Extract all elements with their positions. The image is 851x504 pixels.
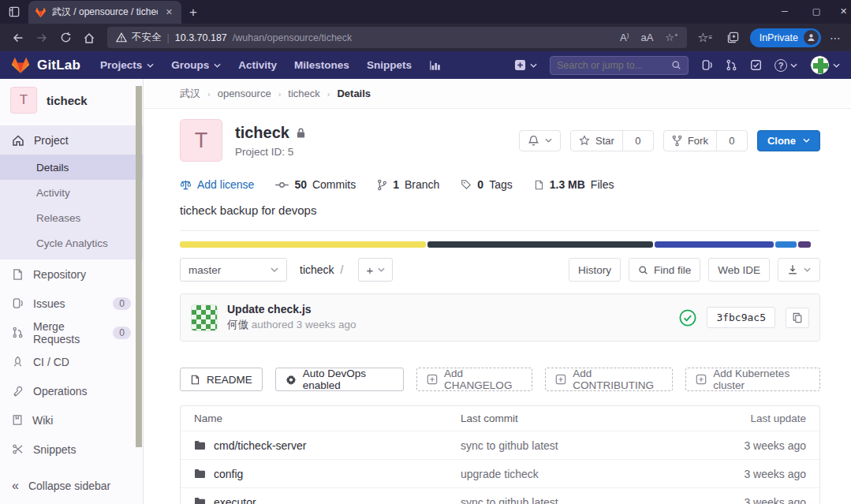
sidebar-item-label: Issues: [33, 297, 65, 310]
sidebar-item-details[interactable]: Details: [0, 155, 143, 180]
refresh-button[interactable]: [54, 27, 77, 49]
star-count[interactable]: 0: [622, 130, 654, 151]
add-kubernetes-cluster-button[interactable]: Add Kubernetes cluster: [685, 368, 820, 391]
commit-title-link[interactable]: Update check.js: [227, 303, 356, 315]
commit-message-link[interactable]: sync to github latest: [461, 496, 696, 504]
new-menu-button[interactable]: [514, 59, 537, 71]
repo-root-link[interactable]: ticheck: [300, 263, 334, 276]
add-contributing-button[interactable]: Add CONTRIBUTING: [545, 368, 673, 391]
sidebar-item-ci-cd[interactable]: CI / CD: [0, 347, 143, 376]
add-favorite-icon[interactable]: ☆+: [665, 32, 677, 43]
browser-tab[interactable]: 武汉 / opensource / ticheck · Gi ✕: [28, 1, 181, 24]
files-stat[interactable]: 1.3 MBFiles: [534, 178, 614, 191]
home-button[interactable]: [77, 27, 101, 49]
settings-menu-icon[interactable]: ⋯: [826, 32, 845, 44]
file-name-link[interactable]: cmd/ticheck-server: [214, 439, 306, 452]
commit-message-link[interactable]: sync to github latest: [461, 439, 696, 452]
sidebar-item-merge-requests[interactable]: Merge Requests 0: [0, 318, 143, 347]
inprivate-badge[interactable]: InPrivate: [750, 28, 821, 47]
close-button[interactable]: ✕: [832, 0, 851, 22]
nav-snippets[interactable]: Snippets: [358, 51, 420, 79]
read-aloud-icon[interactable]: A): [620, 32, 629, 43]
gitlab-brand[interactable]: GitLab: [11, 57, 80, 74]
user-menu-button[interactable]: [810, 55, 840, 75]
translate-icon[interactable]: aA: [640, 32, 653, 43]
fork-button[interactable]: Fork: [663, 130, 717, 151]
search-input[interactable]: [557, 60, 671, 71]
add-changelog-button[interactable]: Add CHANGELOG: [416, 368, 532, 391]
collapse-sidebar-button[interactable]: « Collapse sidebar: [0, 468, 142, 504]
sidebar-item-releases[interactable]: Releases: [0, 205, 143, 230]
person-icon: [806, 32, 816, 43]
breadcrumb-subgroup[interactable]: opensource: [218, 88, 271, 99]
nav-activity[interactable]: Activity: [230, 51, 286, 79]
nav-groups[interactable]: Groups: [162, 51, 230, 79]
favorites-bar-icon[interactable]: ☆≡: [693, 27, 717, 49]
clone-button[interactable]: Clone: [757, 130, 820, 151]
sidebar-item-operations[interactable]: Operations: [0, 376, 143, 405]
file-name-link[interactable]: config: [214, 468, 243, 480]
file-name-link[interactable]: executor: [214, 496, 256, 504]
sidebar-item-cycle-analytics[interactable]: Cycle Analytics: [0, 230, 143, 256]
commit-author[interactable]: 何傲: [227, 319, 248, 330]
issues-dashboard-button[interactable]: [701, 59, 713, 71]
maximize-button[interactable]: ▢: [801, 0, 832, 22]
tab-list-button[interactable]: [0, 0, 28, 24]
sidebar-item-issues[interactable]: Issues 0: [0, 289, 143, 318]
readme-button[interactable]: README: [180, 368, 263, 391]
nav-milestones[interactable]: Milestones: [286, 51, 358, 79]
sidebar-item-wiki[interactable]: Wiki: [0, 405, 143, 435]
collections-icon[interactable]: [722, 27, 745, 49]
breadcrumb-project[interactable]: ticheck: [288, 88, 319, 99]
global-search[interactable]: [550, 56, 689, 75]
table-row[interactable]: executor sync to github latest 3 weeks a…: [181, 487, 819, 504]
commit-message-link[interactable]: upgrade ticheck: [461, 468, 696, 480]
merge-requests-button[interactable]: [726, 59, 737, 71]
download-dropdown[interactable]: [778, 258, 820, 282]
sidebar-scrollbar[interactable]: [136, 86, 142, 447]
todos-button[interactable]: [750, 59, 762, 71]
collapse-chevrons-icon: «: [12, 479, 19, 493]
tags-stat[interactable]: 0Tags: [461, 178, 512, 191]
branch-selector[interactable]: master: [180, 258, 287, 282]
web-ide-button[interactable]: Web IDE: [708, 258, 770, 282]
commit-sha[interactable]: 3fbc9ac5: [707, 307, 775, 328]
address-bar[interactable]: 不安全 | 10.3.70.187/wuhan/opensource/tiche…: [107, 27, 687, 48]
find-file-button[interactable]: Find file: [629, 258, 700, 282]
forward-button[interactable]: [30, 27, 54, 49]
fork-count[interactable]: 0: [716, 130, 748, 151]
lock-icon: [296, 127, 306, 139]
table-row[interactable]: cmd/ticheck-server sync to github latest…: [181, 431, 819, 459]
add-file-dropdown[interactable]: +: [358, 258, 393, 282]
sidebar-item-project[interactable]: Project: [0, 125, 143, 155]
star-button[interactable]: Star: [570, 130, 623, 151]
history-button[interactable]: History: [569, 258, 621, 282]
help-menu-button[interactable]: ?: [774, 59, 797, 72]
sidebar-item-snippets[interactable]: Snippets: [0, 435, 143, 464]
sidebar-item-label: Merge Requests: [33, 320, 103, 345]
notifications-dropdown[interactable]: [519, 130, 561, 151]
folder-icon: [194, 469, 206, 479]
project-context[interactable]: T ticheck: [0, 79, 143, 120]
back-button[interactable]: [6, 27, 30, 49]
new-tab-button[interactable]: +: [181, 1, 205, 24]
sidebar-item-activity[interactable]: Activity: [0, 180, 143, 205]
breadcrumb-group[interactable]: 武汉: [180, 87, 200, 101]
security-warning-label: 不安全: [132, 31, 162, 44]
auto-devops-button[interactable]: Auto DevOps enabled: [275, 368, 404, 391]
sidebar-item-repository[interactable]: Repository: [0, 259, 143, 289]
pipeline-passed-icon[interactable]: [679, 309, 696, 327]
add-license-link[interactable]: Add license: [180, 178, 254, 191]
breadcrumb-separator: ›: [327, 89, 330, 99]
security-chip[interactable]: 不安全: [116, 31, 162, 44]
breadcrumb-separator: ›: [278, 89, 282, 99]
minimize-button[interactable]: ─: [769, 0, 801, 22]
language-bar[interactable]: [180, 241, 820, 248]
nav-charts-button[interactable]: [420, 51, 450, 79]
nav-projects[interactable]: Projects: [91, 51, 162, 79]
tab-close-icon[interactable]: ✕: [163, 7, 175, 17]
commits-stat[interactable]: 50Commits: [275, 178, 356, 191]
table-row[interactable]: config upgrade ticheck 3 weeks ago: [181, 459, 819, 487]
copy-sha-button[interactable]: [786, 308, 809, 328]
branches-stat[interactable]: 1Branch: [377, 178, 439, 191]
